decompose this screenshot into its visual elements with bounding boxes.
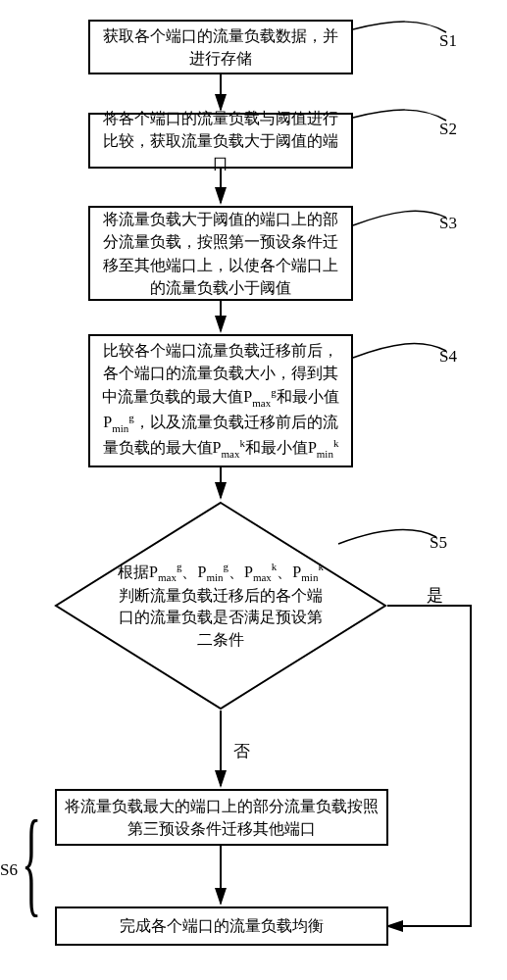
- step-s2: 将各个端口的流量负载与阈值进行比较，获取流量负载大于阈值的端口: [88, 113, 353, 169]
- step-s6b-text: 完成各个端口的流量负载均衡: [120, 914, 324, 937]
- label-s3: S3: [439, 214, 457, 233]
- label-s1: S1: [439, 31, 457, 51]
- label-s2: S2: [439, 120, 457, 139]
- flowchart-canvas: 获取各个端口的流量负载数据，并进行存储 S1 将各个端口的流量负载与阈值进行比较…: [0, 0, 507, 980]
- decision-s5: 根据Pmaxg、Pming、Pmaxk、Pmink判断流量负载迁移后的各个端口的…: [54, 501, 387, 710]
- decision-s5-text: 根据Pmaxg、Pming、Pmaxk、Pmink判断流量负载迁移后的各个端口的…: [54, 560, 387, 651]
- brace-s6: {: [22, 804, 41, 921]
- step-s3: 将流量负载大于阈值的端口上的部分流量负载，按照第一预设条件迁移至其他端口上，以使…: [88, 206, 353, 301]
- step-s2-text: 将各个端口的流量负载与阈值进行比较，获取流量负载大于阈值的端口: [98, 107, 343, 175]
- step-s4-text: 比较各个端口流量负载迁移前后，各个端口的流量负载大小，得到其中流量负载的最大值P…: [98, 339, 343, 463]
- step-s1-text: 获取各个端口的流量负载数据，并进行存储: [98, 24, 343, 70]
- step-s6a: 将流量负载最大的端口上的部分流量负载按照第三预设条件迁移其他端口: [55, 789, 388, 846]
- label-s5: S5: [430, 533, 447, 553]
- step-s6b: 完成各个端口的流量负载均衡: [55, 906, 388, 946]
- edge-label-yes: 是: [427, 584, 443, 607]
- step-s4: 比较各个端口流量负载迁移前后，各个端口的流量负载大小，得到其中流量负载的最大值P…: [88, 334, 353, 467]
- label-s6: S6: [0, 860, 18, 880]
- step-s1: 获取各个端口的流量负载数据，并进行存储: [88, 20, 353, 74]
- label-s4: S4: [439, 347, 457, 367]
- edge-label-no: 否: [233, 740, 250, 762]
- step-s3-text: 将流量负载大于阈值的端口上的部分流量负载，按照第一预设条件迁移至其他端口上，以使…: [98, 208, 343, 299]
- step-s6a-text: 将流量负载最大的端口上的部分流量负载按照第三预设条件迁移其他端口: [65, 795, 379, 840]
